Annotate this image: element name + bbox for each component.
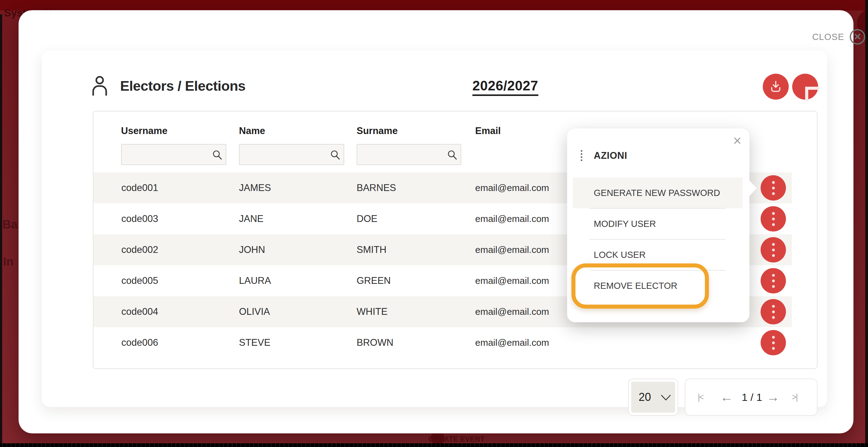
username-search-input[interactable] bbox=[125, 145, 208, 164]
kebab-vertical-icon bbox=[772, 181, 775, 195]
pager: |< ← 1 / 1 → >| bbox=[685, 379, 817, 416]
close-icon: ✕ bbox=[850, 29, 865, 44]
next-page-button[interactable]: → bbox=[767, 379, 779, 415]
cell-username: code004 bbox=[121, 296, 158, 327]
electors-modal: CLOSE ✕ Electors / Elections 2026/2027 bbox=[19, 10, 854, 434]
last-page-button[interactable]: >| bbox=[792, 379, 797, 415]
close-button[interactable]: CLOSE ✕ bbox=[797, 28, 865, 45]
popup-header: AZIONI bbox=[567, 148, 749, 163]
row-actions-button[interactable] bbox=[761, 330, 786, 355]
actions-popup: × AZIONI GENERATE NEW PASSWORD MODIFY US… bbox=[567, 128, 749, 322]
kebab-vertical-icon bbox=[772, 212, 775, 226]
cell-name: JAMES bbox=[239, 172, 271, 203]
page-title: Electors / Elections bbox=[120, 78, 246, 94]
username-search-field[interactable] bbox=[121, 144, 226, 165]
row-actions-button[interactable] bbox=[761, 175, 786, 200]
cell-email: email@email.com bbox=[475, 327, 549, 358]
page-indicator: 1 / 1 bbox=[740, 379, 764, 415]
download-button[interactable] bbox=[763, 74, 789, 100]
name-search-field[interactable] bbox=[239, 144, 344, 165]
menu-item-generate-new-password[interactable]: GENERATE NEW PASSWORD bbox=[573, 178, 743, 208]
popup-arrow bbox=[749, 180, 757, 197]
background-partial-label-bal: Bal bbox=[2, 218, 21, 231]
kebab-vertical-icon bbox=[772, 336, 775, 350]
cell-surname: BROWN bbox=[356, 327, 394, 358]
page-size-inner: 20 bbox=[631, 382, 675, 413]
search-icon bbox=[212, 150, 223, 162]
first-page-button[interactable]: |< bbox=[698, 379, 703, 415]
cell-username: code006 bbox=[121, 327, 158, 358]
cell-username: code001 bbox=[121, 172, 158, 203]
row-actions-button[interactable] bbox=[761, 206, 786, 231]
cell-username: code002 bbox=[121, 234, 158, 265]
cell-username: code003 bbox=[121, 203, 158, 234]
year-link[interactable]: 2026/2027 bbox=[472, 78, 538, 96]
vertical-dots-icon bbox=[581, 150, 582, 161]
cell-name: OLIVIA bbox=[239, 296, 270, 327]
cell-name: JOHN bbox=[239, 234, 265, 265]
kebab-vertical-icon bbox=[772, 274, 775, 288]
surname-search-field[interactable] bbox=[356, 144, 461, 165]
row-actions-button[interactable] bbox=[761, 268, 786, 293]
menu-item-modify-user[interactable]: MODIFY USER bbox=[573, 208, 743, 239]
edge-artifact bbox=[0, 443, 868, 447]
cell-email: email@email.com bbox=[475, 265, 549, 296]
surname-search-input[interactable] bbox=[360, 145, 444, 164]
cell-name: STEVE bbox=[239, 327, 271, 358]
chevron-down-icon bbox=[660, 394, 672, 403]
cell-username: code005 bbox=[121, 265, 158, 296]
column-header-name: Name bbox=[239, 125, 265, 136]
column-header-email: Email bbox=[475, 125, 501, 136]
name-search-input[interactable] bbox=[243, 145, 326, 164]
popup-close-button[interactable]: × bbox=[733, 133, 741, 148]
row-actions-button[interactable] bbox=[761, 237, 786, 262]
menu-item-lock-user[interactable]: LOCK USER bbox=[573, 239, 743, 270]
download-icon bbox=[769, 79, 782, 94]
edge-artifact bbox=[0, 14, 2, 447]
cell-name: JANE bbox=[239, 203, 264, 234]
menu-item-remove-elector[interactable]: REMOVE ELECTOR bbox=[573, 270, 743, 301]
background-partial-label-in: In bbox=[3, 255, 13, 268]
search-icon bbox=[330, 150, 341, 162]
table-row: code006 STEVE BROWN email@email.com bbox=[93, 327, 792, 358]
close-label: CLOSE bbox=[812, 32, 844, 42]
person-icon bbox=[91, 75, 108, 97]
cell-email: email@email.com bbox=[475, 203, 549, 234]
kebab-vertical-icon bbox=[772, 243, 775, 257]
cell-surname: SMITH bbox=[356, 234, 386, 265]
screen: System Users Bal In CREATE EVENT CLOSE ✕… bbox=[0, 0, 868, 447]
cell-email: email@email.com bbox=[475, 234, 549, 265]
cell-name: LAURA bbox=[239, 265, 271, 296]
cell-email: email@email.com bbox=[475, 296, 549, 327]
page-size-value: 20 bbox=[639, 382, 651, 413]
kebab-vertical-icon bbox=[772, 305, 775, 319]
background-header-band bbox=[0, 0, 868, 10]
background-create-event-label: CREATE EVENT bbox=[428, 435, 485, 444]
cell-email: email@email.com bbox=[475, 172, 549, 203]
prev-page-button[interactable]: ← bbox=[720, 379, 733, 415]
cell-surname: WHITE bbox=[356, 296, 388, 327]
row-actions-button[interactable] bbox=[761, 299, 786, 324]
cell-surname: GREEN bbox=[356, 265, 391, 296]
cell-surname: BARNES bbox=[356, 172, 396, 203]
edge-artifact bbox=[865, 0, 868, 447]
add-elector-button[interactable] bbox=[792, 74, 818, 100]
column-header-surname: Surname bbox=[356, 125, 398, 136]
column-header-username: Username bbox=[121, 125, 167, 136]
search-icon bbox=[447, 150, 458, 162]
page-size-select[interactable]: 20 bbox=[628, 379, 678, 416]
popup-title: AZIONI bbox=[594, 148, 627, 163]
cell-surname: DOE bbox=[356, 203, 377, 234]
